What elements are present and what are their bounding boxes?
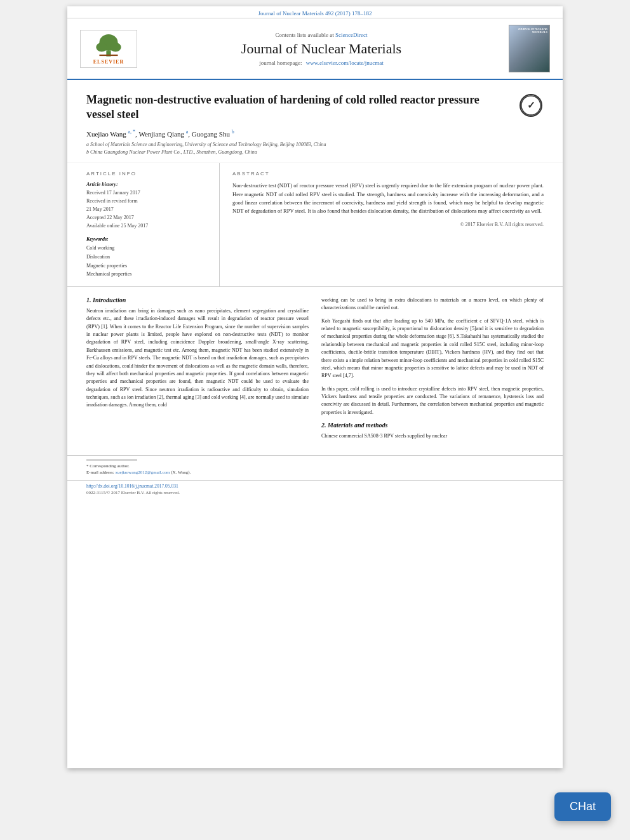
journal-header-center: Contents lists available at ScienceDirec… bbox=[144, 32, 499, 66]
cover-title-text: JOURNAL OF NUCLEAR MATERIALS bbox=[511, 27, 547, 34]
methods-para-1: Chinese commercial SA508-3 RPV steels su… bbox=[321, 432, 544, 440]
crossmark-badge-area: ✓ bbox=[518, 93, 544, 118]
intro-para-1: Neutron irradiation can bring in damages… bbox=[86, 307, 309, 410]
keyword-item: Mechanical properties bbox=[86, 270, 210, 279]
intro-section-title: 1. Introduction bbox=[86, 297, 309, 303]
keywords-section: Keywords: Cold workingDislocationMagneti… bbox=[86, 236, 210, 278]
journal-reference-bar: Journal of Nuclear Materials 492 (2017) … bbox=[67, 6, 563, 18]
authors-line: Xuejiao Wang a, *, Wenjiang Qiang a, Guo… bbox=[86, 129, 544, 138]
cover-placeholder: JOURNAL OF NUCLEAR MATERIALS bbox=[509, 25, 549, 72]
article-header: Magnetic non-destructive evaluation of h… bbox=[67, 80, 563, 163]
email-note: E-mail address: xuejiaowang2012@gmail.co… bbox=[86, 469, 544, 476]
intro-para-3: Koh Yaegashi finds out that after loadin… bbox=[321, 317, 544, 380]
homepage-url[interactable]: www.elsevier.com/locate/jnucmat bbox=[306, 60, 384, 66]
journal-cover-image: JOURNAL OF NUCLEAR MATERIALS bbox=[509, 25, 550, 72]
received-date: Received 17 January 2017 bbox=[86, 189, 210, 197]
corresponding-author-note: * Corresponding author. bbox=[86, 463, 544, 470]
corresponding-label: * Corresponding author. bbox=[86, 463, 130, 469]
journal-title: Journal of Nuclear Materials bbox=[144, 41, 499, 57]
footer-area: http://dx.doi.org/10.1016/j.jnucmat.2017… bbox=[67, 480, 563, 498]
contents-label: Contents lists available at bbox=[276, 32, 334, 38]
intro-para-4: In this paper, cold rolling is used to i… bbox=[321, 385, 544, 417]
methods-section-title: 2. Materials and methods bbox=[321, 422, 544, 429]
journal-homepage: journal homepage: www.elsevier.com/locat… bbox=[144, 60, 499, 66]
svg-text:✓: ✓ bbox=[527, 100, 535, 110]
journal-ref-text: Journal of Nuclear Materials 492 (2017) … bbox=[258, 10, 372, 17]
doi-link[interactable]: http://dx.doi.org/10.1016/j.jnucmat.2017… bbox=[86, 483, 544, 489]
abstract-text: Non-destructive test (NDT) of reactor pr… bbox=[232, 182, 544, 215]
email-suffix: (X. Wang). bbox=[171, 470, 191, 475]
sciencedirect-link[interactable]: ScienceDirect bbox=[335, 32, 367, 38]
academic-paper-page: Journal of Nuclear Materials 492 (2017) … bbox=[67, 6, 563, 768]
affiliation-b: b China Guangdong Nuclear Power Plant Co… bbox=[86, 149, 544, 156]
keywords-list: Cold workingDislocationMagnetic properti… bbox=[86, 244, 210, 278]
article-history: Article history: Received 17 January 201… bbox=[86, 182, 210, 230]
accepted-date: Accepted 22 May 2017 bbox=[86, 214, 210, 222]
journal-cover-area: JOURNAL OF NUCLEAR MATERIALS bbox=[499, 25, 550, 72]
abstract-label: ABSTRACT bbox=[232, 171, 544, 177]
svg-point-3 bbox=[110, 43, 121, 52]
body-content: 1. Introduction Neutron irradiation can … bbox=[67, 287, 563, 455]
journal-header: ELSEVIER Contents lists available at Sci… bbox=[67, 18, 563, 80]
footnote-divider bbox=[86, 460, 137, 460]
affiliations: a School of Materials Science and Engine… bbox=[86, 141, 544, 156]
elsevier-logo-box: ELSEVIER bbox=[80, 30, 137, 68]
svg-point-2 bbox=[96, 43, 107, 52]
body-right-column: working can be used to bring in extra di… bbox=[321, 297, 544, 446]
elsevier-text: ELSEVIER bbox=[93, 59, 124, 65]
article-info-abstract: ARTICLE INFO Article history: Received 1… bbox=[67, 163, 563, 286]
keyword-item: Dislocation bbox=[86, 253, 210, 262]
article-info-column: ARTICLE INFO Article history: Received 1… bbox=[86, 163, 220, 286]
copyright-text: © 2017 Elsevier B.V. All rights reserved… bbox=[232, 222, 544, 227]
publisher-logo: ELSEVIER bbox=[80, 30, 144, 68]
available-date: Available online 25 May 2017 bbox=[86, 222, 210, 230]
email-label: E-mail address: bbox=[86, 470, 114, 475]
keyword-item: Cold working bbox=[86, 244, 210, 253]
keywords-title: Keywords: bbox=[86, 236, 210, 242]
footnote-area: * Corresponding author. E-mail address: … bbox=[67, 455, 563, 480]
crossmark-svg: ✓ bbox=[521, 95, 541, 116]
keyword-item: Magnetic properties bbox=[86, 262, 210, 270]
history-title: Article history: bbox=[86, 182, 210, 187]
intro-para-2: working can be used to bring in extra di… bbox=[321, 297, 544, 312]
abstract-column: ABSTRACT Non-destructive test (NDT) of r… bbox=[220, 163, 544, 286]
received-revised-label: Received in revised form bbox=[86, 197, 210, 206]
article-info-label: ARTICLE INFO bbox=[86, 171, 210, 177]
revised-date: 21 May 2017 bbox=[86, 206, 210, 214]
crossmark-icon: ✓ bbox=[519, 94, 542, 117]
email-address: xuejiaowang2012@gmail.com bbox=[116, 470, 170, 475]
issn-text: 0022-3115/© 2017 Elsevier B.V. All right… bbox=[86, 490, 544, 495]
article-title-text: Magnetic non-destructive evaluation of h… bbox=[86, 93, 518, 123]
svg-rect-4 bbox=[99, 55, 117, 56]
homepage-label: journal homepage: bbox=[259, 60, 302, 66]
body-left-column: 1. Introduction Neutron irradiation can … bbox=[86, 297, 309, 446]
affiliation-a: a School of Materials Science and Engine… bbox=[86, 141, 544, 149]
contents-line: Contents lists available at ScienceDirec… bbox=[144, 32, 499, 38]
article-title-row: Magnetic non-destructive evaluation of h… bbox=[86, 93, 544, 123]
elsevier-tree-icon bbox=[90, 32, 128, 58]
